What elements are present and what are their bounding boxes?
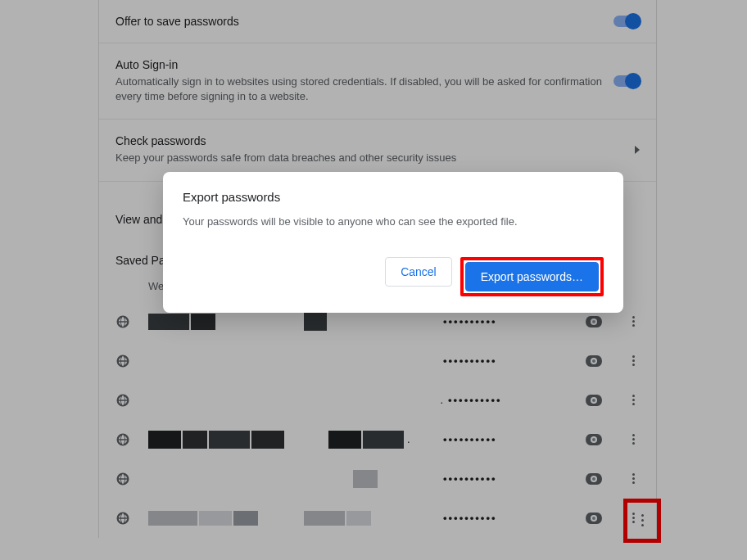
export-passwords-dialog: Export passwords Your passwords will be … <box>163 172 623 313</box>
dialog-title: Export passwords <box>183 190 604 204</box>
export-button-highlight: Export passwords… <box>460 257 604 296</box>
dialog-body: Your passwords will be visible to anyone… <box>183 215 604 228</box>
export-passwords-button[interactable]: Export passwords… <box>465 262 599 291</box>
cancel-button[interactable]: Cancel <box>385 257 452 287</box>
